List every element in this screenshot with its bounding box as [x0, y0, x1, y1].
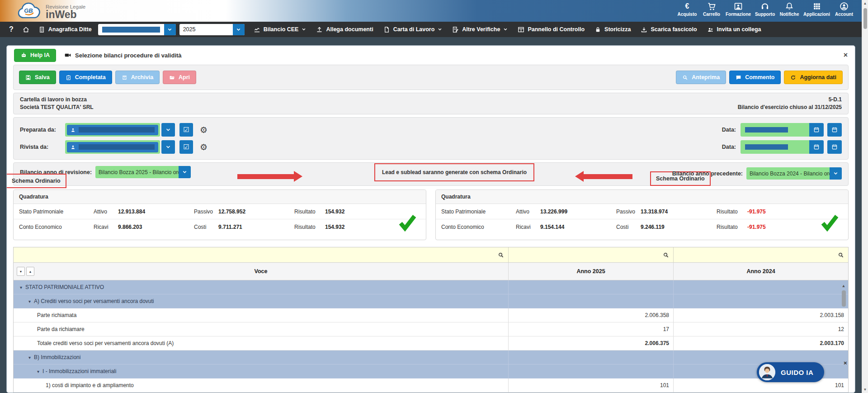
table-cell-anno-2024: 2.003.170	[674, 336, 848, 350]
chevron-down-icon[interactable]	[161, 123, 175, 137]
collapse-icon[interactable]: ▾	[28, 355, 31, 360]
scroll-up-icon[interactable]: ▲	[863, 1, 867, 5]
completata-button[interactable]: Completata	[59, 71, 112, 84]
table-cell-anno-2024: 2.003.158	[674, 308, 848, 322]
chevron-down-icon[interactable]	[830, 167, 842, 180]
year-select[interactable]: 2025	[179, 24, 245, 35]
header-supporto-button[interactable]: Supporto	[755, 2, 775, 17]
page-scrollbar[interactable]: ▲ ▼	[862, 0, 868, 393]
gear-icon[interactable]: ⚙	[200, 126, 208, 134]
chevron-down-icon[interactable]	[233, 24, 245, 35]
nav-item-pannello-di-controllo[interactable]: Pannello di Controllo	[518, 26, 585, 33]
header-icon-label: Applicazioni	[803, 12, 830, 17]
search-input-anno-2024[interactable]	[674, 247, 848, 263]
table-cell-voce: Totale crediti verso soci per versamenti…	[14, 336, 509, 350]
salva-button[interactable]: Salva	[19, 71, 56, 84]
table-cell-anno-2025: 2.006.375	[509, 336, 674, 350]
bilancio-revisione-select[interactable]: Bilancio Bozza 2025 - Bilancio ordinar	[95, 166, 191, 178]
table-row[interactable]: ▾I - Immobilizzazioni immateriali	[14, 365, 848, 379]
table-cell-anno-2025	[509, 280, 674, 294]
search-input-voce[interactable]	[14, 247, 509, 263]
apri-button[interactable]: Apri	[163, 71, 196, 84]
table-cell-anno-2025	[509, 350, 674, 365]
quadratura-title: Quadratura	[14, 190, 426, 204]
chevron-down-icon[interactable]	[164, 24, 176, 35]
column-header-anno-2024[interactable]: Anno 2024	[674, 263, 848, 280]
nav-item-scarica-fascicolo[interactable]: Scarica fascicolo	[641, 26, 697, 33]
scrollbar-thumb[interactable]	[842, 290, 846, 307]
building-icon	[38, 26, 45, 33]
rivista-da-select[interactable]	[65, 140, 160, 154]
nav-label: Bilancio CEE	[264, 26, 299, 33]
close-icon[interactable]: ×	[844, 51, 848, 59]
quadratura-result-value: -91.975	[747, 208, 797, 215]
scrollbar-thumb[interactable]	[863, 8, 867, 29]
nav-label: Storicizza	[604, 26, 631, 33]
anteprima-button[interactable]: Anteprima	[676, 71, 726, 84]
nav-item-carta-di-lavoro[interactable]: Carta di Lavoro	[383, 26, 443, 33]
confirm-checkbox-button[interactable]: ☑	[179, 140, 193, 154]
preparata-da-row: Preparata da: ☑ ⚙ Data:	[20, 123, 842, 137]
help-button[interactable]: ?	[9, 25, 14, 33]
calendar-icon[interactable]	[809, 123, 824, 137]
collapse-all-button[interactable]: ▼	[17, 267, 25, 276]
header-notifiche-button[interactable]: Notifiche	[779, 2, 800, 17]
collapse-icon[interactable]: ▾	[37, 369, 39, 374]
header-account-button[interactable]: Account	[834, 2, 854, 17]
calendar-today-icon[interactable]	[827, 140, 842, 154]
nav-item-allega-documenti[interactable]: Allega documenti	[316, 26, 373, 33]
header-applicazioni-button[interactable]: Applicazioni	[803, 2, 830, 17]
bilancio-precedente-select[interactable]: Bilancio Bozza 2024 - Bilancio ordinar	[746, 167, 842, 180]
help-ia-button[interactable]: Help IA	[14, 49, 56, 62]
collapse-icon[interactable]: ▾	[28, 299, 31, 304]
chevron-down-icon[interactable]	[179, 166, 191, 178]
aggiorna-dati-button[interactable]: Aggiorna dati	[784, 71, 843, 84]
expand-all-button[interactable]: ▲	[26, 267, 34, 276]
nav-item-bilancio-cee[interactable]: Bilancio CEE	[254, 26, 307, 33]
chevron-down-icon[interactable]	[161, 140, 175, 154]
archivia-button[interactable]: Archivia	[115, 71, 160, 84]
calendar-today-icon[interactable]	[827, 123, 842, 137]
column-header-voce[interactable]: ▼ ▲ Voce	[14, 263, 509, 280]
gear-icon[interactable]: ⚙	[200, 143, 208, 152]
table-scrollbar[interactable]: ▲	[841, 284, 846, 307]
nav-item-anagrafica-ditte[interactable]: Anagrafica Ditte	[38, 26, 92, 33]
collapse-icon[interactable]: ▾	[20, 285, 22, 290]
column-header-anno-2025[interactable]: Anno 2025	[509, 263, 674, 280]
date-input[interactable]	[741, 123, 809, 137]
commento-button[interactable]: Commento	[729, 71, 781, 84]
table-row[interactable]: ▾B) Immobilizzazioni	[14, 350, 848, 365]
selected-user-pill	[67, 142, 158, 152]
scroll-up-icon[interactable]: ▲	[842, 284, 846, 288]
nav-item-altre-verifiche[interactable]: Altre Verifiche	[452, 26, 508, 33]
guido-close-icon[interactable]: ×	[844, 360, 847, 366]
confirm-checkbox-button[interactable]: ☑	[179, 123, 193, 137]
preparata-da-select[interactable]	[65, 123, 160, 137]
home-button[interactable]	[23, 26, 29, 33]
nav-label: Anagrafica Ditte	[48, 26, 92, 33]
table-row[interactable]: ▾A) Crediti verso soci per versamenti an…	[14, 294, 848, 308]
header-acquisto-button[interactable]: €Acquisto	[677, 2, 698, 17]
date-input[interactable]	[741, 140, 809, 154]
header-carrello-button[interactable]: Carrello	[701, 2, 722, 17]
cart-icon	[707, 2, 716, 11]
bilancio-precedente-value: Bilancio Bozza 2024 - Bilancio ordinar	[746, 167, 830, 180]
header-formazione-button[interactable]: Formazione	[726, 2, 751, 17]
nav-item-storicizza[interactable]: Storicizza	[594, 26, 631, 33]
header-icon-bar: €AcquistoCarrelloFormazioneSupportoNotif…	[677, 2, 854, 17]
redacted-company-name	[102, 27, 160, 33]
main-navbar: ? Anagrafica Ditte 2025 Bilancio CEEAlle…	[0, 22, 868, 37]
nav-item-invita-un-collega[interactable]: Invita un collega	[707, 26, 761, 33]
row-label: I - Immobilizzazioni immateriali	[42, 368, 116, 374]
schema-ordinario-annotation-left: Schema Ordinario	[6, 174, 66, 188]
nav-label: Allega documenti	[326, 26, 373, 33]
scroll-down-icon[interactable]: ▼	[863, 388, 867, 392]
search-input-anno-2025[interactable]	[509, 247, 674, 263]
guido-ia-button[interactable]: GUIDO IA	[757, 362, 824, 382]
download-icon	[641, 26, 647, 33]
company-select[interactable]	[98, 24, 176, 35]
video-icon	[64, 52, 71, 59]
calendar-icon[interactable]	[809, 140, 824, 154]
table-row[interactable]: ▾STATO PATRIMONIALE ATTIVO	[14, 280, 848, 294]
table-cell-anno-2025: 101	[509, 379, 674, 393]
